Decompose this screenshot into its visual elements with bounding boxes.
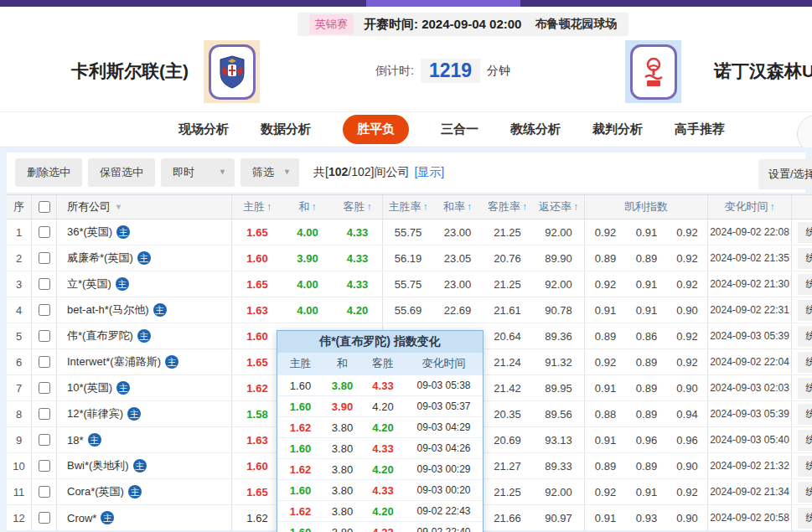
popup-draw-odds: 3.80: [323, 463, 361, 476]
show-link[interactable]: [显示]: [414, 165, 444, 180]
row-checkbox[interactable]: [39, 486, 50, 498]
filter-dropdown[interactable]: 筛选▼: [240, 158, 299, 187]
stats-button[interactable]: 统: [798, 352, 812, 373]
row-checkbox[interactable]: [39, 434, 50, 446]
company-cell[interactable]: 36*(英国)主: [57, 220, 232, 245]
kelly-away: 0.90: [667, 453, 708, 478]
company-cell[interactable]: Cora*(英国)主: [57, 479, 232, 504]
popup-row: 1.623.804.2009-02 22:43: [277, 500, 483, 521]
stats-button[interactable]: 统: [798, 508, 812, 529]
popup-draw-odds: 3.80: [323, 484, 361, 497]
company-cell[interactable]: Interwet*(塞浦路斯)主: [57, 349, 232, 374]
home-tag-icon: 主: [137, 251, 151, 265]
away-rate: 21.24: [482, 349, 533, 374]
chevron-down-icon: ▼: [283, 168, 291, 176]
row-checkbox[interactable]: [39, 382, 50, 394]
away-odds: 4.20: [333, 297, 383, 323]
col-home-rate[interactable]: 主胜率↑: [383, 195, 433, 219]
top-accent-segment: [366, 0, 520, 7]
change-time: 2024-09-03 02:03: [708, 375, 792, 400]
col-away-rate[interactable]: 客胜率↑: [482, 195, 533, 219]
instant-dropdown-value: 即时: [173, 166, 194, 178]
col-company[interactable]: 所有公司▼: [57, 195, 232, 219]
col-return-rate[interactable]: 返还率↑: [533, 195, 585, 219]
popup-draw-odds: 3.90: [323, 400, 361, 413]
row-seq: 11: [7, 479, 32, 504]
tab-data-analysis[interactable]: 数据分析: [261, 121, 311, 137]
col-draw-odds[interactable]: 和↑: [282, 195, 333, 219]
tab-referee-analysis[interactable]: 裁判分析: [592, 121, 643, 137]
tab-coach-analysis[interactable]: 教练分析: [510, 121, 561, 137]
company-cell[interactable]: 立*(英国)主: [57, 271, 232, 297]
col-change-time[interactable]: 变化时间↑: [708, 195, 792, 219]
row-checkbox[interactable]: [39, 356, 50, 368]
stats-button[interactable]: 统: [798, 222, 812, 243]
return-rate: 91.32: [533, 349, 585, 374]
home-tag-icon: 主: [127, 407, 141, 421]
row-select: [32, 349, 57, 374]
company-cell[interactable]: bet-at-h*(马尔他)主: [57, 297, 232, 323]
settings-button[interactable]: 设置/选择自: [758, 159, 812, 189]
col-change-time-label: 变化时间: [725, 199, 768, 214]
stats-button[interactable]: 统: [798, 274, 812, 295]
row-checkbox[interactable]: [39, 330, 50, 342]
row-select: [32, 453, 57, 478]
tab-live-analysis[interactable]: 现场分析: [178, 121, 229, 137]
stats-cell: 统: [792, 323, 812, 349]
stats-button[interactable]: 统: [798, 378, 812, 399]
sort-asc-icon: ↑: [266, 201, 272, 213]
stats-button[interactable]: 统: [798, 300, 812, 321]
delete-selected-button[interactable]: 删除选中: [15, 158, 82, 187]
stats-button[interactable]: 统: [798, 482, 812, 503]
kelly-draw: 0.89: [626, 401, 667, 426]
col-away-odds[interactable]: 客胜↑: [333, 195, 383, 219]
company-cell[interactable]: Crow*主: [57, 505, 232, 530]
company-name: Cora*(英国): [67, 484, 124, 499]
change-time: 2024-09-02 22:08: [708, 220, 792, 245]
home-odds: 1.62: [232, 375, 282, 400]
popup-row: 1.623.804.2009-03 04:29: [277, 416, 483, 437]
away-crest-frame: [630, 44, 677, 100]
tab-three-in-one[interactable]: 三合一: [441, 121, 478, 137]
row-checkbox[interactable]: [39, 252, 50, 264]
kelly-away: 0.94: [667, 401, 708, 426]
row-checkbox[interactable]: [39, 408, 50, 420]
row-checkbox[interactable]: [39, 460, 50, 472]
stats-cell: 统: [792, 427, 812, 452]
company-name: 12*(菲律宾): [67, 406, 123, 421]
popup-body: 1.603.804.3309-03 05:381.603.904.2009-03…: [277, 374, 483, 532]
kelly-home: 0.92: [585, 271, 626, 297]
company-cell[interactable]: 10*(英国)主: [57, 375, 232, 400]
instant-dropdown[interactable]: 即时▼: [161, 158, 235, 187]
sort-asc-icon: ↑: [312, 201, 317, 213]
col-home-odds[interactable]: 主胜↑: [232, 195, 282, 219]
stats-button[interactable]: 统: [798, 404, 812, 425]
row-seq: 6: [7, 349, 32, 374]
company-cell[interactable]: 18*主: [57, 427, 232, 452]
stats-button[interactable]: 统: [798, 248, 812, 269]
company-cell[interactable]: Bwi*(奥地利)主: [57, 453, 232, 478]
company-cell[interactable]: 12*(菲律宾)主: [57, 401, 232, 426]
tab-win-draw-lose[interactable]: 胜平负: [343, 115, 409, 144]
stats-button[interactable]: 统: [798, 326, 812, 347]
table-row: 2威廉希*(英国)主1.603.904.3356.1923.0520.7689.…: [7, 245, 812, 271]
company-cell[interactable]: 伟*(直布罗陀)主: [57, 323, 232, 349]
row-checkbox[interactable]: [39, 304, 50, 316]
stats-button[interactable]: 统: [798, 456, 812, 477]
select-all-checkbox[interactable]: [39, 201, 50, 213]
col-draw-rate[interactable]: 和率↑: [433, 195, 482, 219]
row-checkbox[interactable]: [39, 512, 50, 524]
kelly-home: 0.91: [585, 427, 626, 452]
kelly-away: 0.90: [667, 505, 708, 530]
keep-selected-button[interactable]: 保留选中: [88, 158, 155, 187]
row-checkbox[interactable]: [39, 226, 50, 238]
tab-expert-picks[interactable]: 高手推荐: [675, 121, 725, 137]
row-checkbox[interactable]: [39, 278, 50, 290]
row-seq: 10: [7, 453, 32, 478]
countdown-value: 1219: [421, 59, 480, 83]
company-cell[interactable]: 威廉希*(英国)主: [57, 245, 232, 271]
popup-away-odds: 4.33: [361, 380, 405, 392]
stats-button[interactable]: 统: [798, 430, 812, 451]
company-name: bet-at-h*(马尔他): [67, 302, 149, 318]
countdown-label: 倒计时:: [375, 64, 414, 79]
